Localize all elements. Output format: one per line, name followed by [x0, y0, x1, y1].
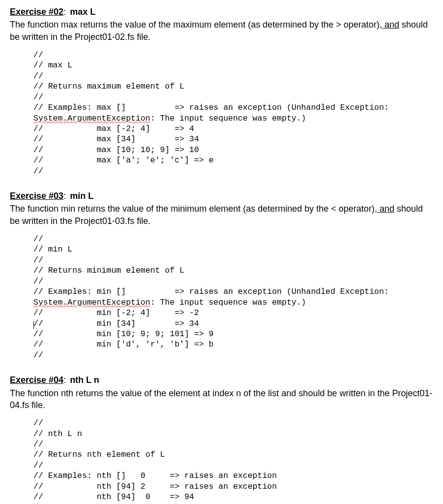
exercise-03-code: // // min L // // Returns minimum elemen…	[33, 234, 433, 360]
spellcheck-underline: System.ArgumentException	[33, 298, 150, 307]
exercise-02-description: The function max returns the value of th…	[10, 19, 433, 43]
exercise-02-heading: Exercise #02: max L	[10, 6, 433, 18]
inserted-text: , and	[375, 204, 394, 214]
exercise-03-heading: Exercise #03: min L	[10, 190, 433, 202]
exercise-04-description: The function nth returns the value of th…	[10, 387, 433, 411]
exercise-04-code: // // nth L n // // Returns nth element …	[33, 418, 433, 504]
exercise-04-signature: nth L n	[70, 375, 99, 385]
exercise-02-code: // // max L // // Returns maximum elemen…	[33, 50, 433, 176]
exercise-03-label: Exercise #03	[10, 191, 63, 201]
exercise-04-label: Exercise #04	[10, 375, 63, 385]
inserted-text: , and	[380, 20, 399, 30]
exercise-03-description: The function min returns the value of th…	[10, 203, 433, 227]
exercise-03-signature: min L	[70, 191, 93, 201]
exercise-02-signature: max L	[70, 7, 95, 17]
exercise-04-heading: Exercise #04: nth L n	[10, 374, 433, 386]
exercise-02-label: Exercise #02	[10, 7, 63, 17]
text-cursor-icon	[33, 321, 34, 329]
spellcheck-underline: System.ArgumentException	[33, 114, 150, 123]
